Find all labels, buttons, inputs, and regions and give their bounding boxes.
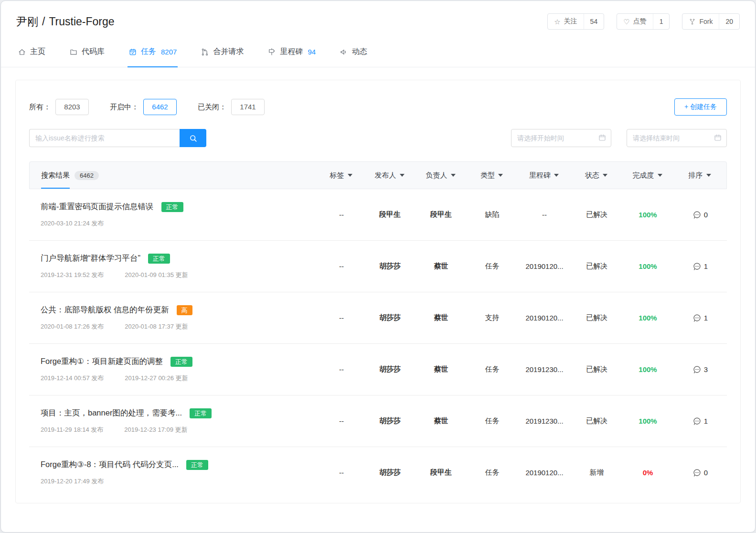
task-type: 缺陷	[467, 210, 518, 219]
task-comments[interactable]: 1	[673, 262, 727, 271]
task-progress: 0%	[622, 469, 673, 477]
task-progress: 100%	[622, 314, 673, 322]
task-assignee[interactable]: 蔡世	[415, 416, 467, 426]
task-title-link[interactable]: Forge重构①：项目新建页面的调整	[41, 356, 163, 367]
filter-open-count[interactable]: 6462	[143, 99, 177, 115]
column-header-progress[interactable]: 完成度	[622, 162, 673, 189]
task-publisher[interactable]: 胡莎莎	[364, 313, 415, 322]
issues-table: 搜索结果 6462 标签 发布人 负责人 类型 里程碑 状态 完成度 排序 前端…	[29, 161, 727, 498]
column-header-type[interactable]: 类型	[466, 162, 517, 189]
tab-issues[interactable]: 任务 8207	[128, 37, 178, 67]
task-milestone: --	[518, 211, 571, 219]
issues-panel: 所有： 8203 开启中： 6462 已关闭： 1741 + 创建任务	[15, 80, 741, 503]
filter-row: 所有： 8203 开启中： 6462 已关闭： 1741 + 创建任务	[29, 98, 727, 116]
comment-icon	[692, 468, 702, 477]
task-publisher[interactable]: 胡莎莎	[364, 365, 415, 374]
home-icon	[18, 48, 26, 56]
task-status: 新增	[571, 468, 622, 477]
praise-count[interactable]: 1	[653, 14, 670, 29]
task-assignee[interactable]: 蔡世	[415, 313, 467, 322]
task-publisher[interactable]: 胡莎莎	[364, 468, 415, 477]
task-title-link[interactable]: 门户导航新增“群体学习平台”	[41, 253, 140, 264]
task-type: 任务	[467, 468, 518, 477]
comment-icon	[692, 313, 702, 322]
tab-issues-label: 任务	[141, 47, 156, 57]
task-comments[interactable]: 0	[673, 210, 727, 219]
praise-button[interactable]: ♡ 点赞 1	[617, 13, 670, 30]
column-header-tag[interactable]: 标签	[318, 162, 364, 189]
filter-closed-count[interactable]: 1741	[231, 99, 265, 115]
search-icon	[189, 134, 198, 143]
tab-pulls[interactable]: 合并请求	[200, 37, 245, 67]
task-milestone: 20190120...	[518, 314, 571, 322]
tab-milestones[interactable]: 里程碑 94	[266, 37, 317, 67]
task-updated: 2020-01-08 17:37 更新	[125, 322, 188, 331]
filter-open[interactable]: 开启中： 6462	[110, 99, 177, 115]
tab-milestones-count: 94	[308, 48, 316, 56]
create-task-button[interactable]: + 创建任务	[674, 98, 727, 116]
caret-down-icon	[658, 174, 662, 177]
tab-home[interactable]: 主页	[17, 37, 46, 67]
column-header-status[interactable]: 状态	[571, 162, 622, 189]
comment-count: 1	[704, 262, 708, 270]
task-comments[interactable]: 3	[673, 365, 727, 374]
search-button[interactable]	[180, 129, 206, 147]
column-header-milestone[interactable]: 里程碑	[517, 162, 571, 189]
task-status: 已解决	[571, 210, 622, 219]
filter-all[interactable]: 所有： 8203	[29, 99, 89, 115]
task-assignee[interactable]: 段甲生	[415, 468, 467, 477]
tab-activity[interactable]: 动态	[339, 37, 368, 67]
column-header-publisher[interactable]: 发布人	[364, 162, 415, 189]
fork-icon	[689, 18, 696, 25]
task-assignee[interactable]: 蔡世	[415, 365, 467, 374]
owner-link[interactable]: 尹刚	[16, 14, 38, 29]
calendar-icon	[598, 133, 607, 142]
task-progress: 100%	[622, 365, 673, 373]
repo-link[interactable]: Trustie-Forge	[49, 15, 114, 28]
task-row: Forge重构③-8：项目代码 代码分支页... 正常 2019-12-20 1…	[29, 447, 727, 498]
watch-count[interactable]: 54	[584, 14, 604, 29]
watch-button[interactable]: ☆ 关注 54	[547, 13, 604, 30]
title-separator: /	[42, 15, 45, 28]
task-publisher[interactable]: 段甲生	[364, 210, 415, 219]
filter-all-count[interactable]: 8203	[55, 99, 89, 115]
task-title-link[interactable]: Forge重构③-8：项目代码 代码分支页...	[41, 459, 179, 470]
task-title-link[interactable]: 公共：底部导航版权 信息的年份更新	[41, 305, 169, 315]
task-tag: --	[319, 262, 364, 270]
fork-button[interactable]: Fork 20	[682, 13, 740, 30]
task-title-link[interactable]: 项目：主页，banner图的处理，需要考...	[41, 408, 182, 418]
start-date-input[interactable]	[511, 129, 611, 147]
tab-milestones-label: 里程碑	[280, 47, 303, 57]
tab-repository-label: 代码库	[82, 47, 105, 57]
end-date-input[interactable]	[627, 129, 727, 147]
priority-badge: 正常	[190, 408, 212, 418]
task-assignee[interactable]: 段甲生	[415, 210, 467, 219]
heart-icon: ♡	[623, 18, 629, 25]
task-comments[interactable]: 1	[673, 416, 727, 426]
milestone-icon	[267, 48, 276, 56]
tab-repository[interactable]: 代码库	[68, 37, 106, 67]
speaker-icon	[340, 48, 348, 56]
task-title-link[interactable]: 前端-重置密码页面提示信息错误	[41, 202, 154, 212]
task-milestone: 20190120...	[518, 262, 571, 270]
search-input[interactable]	[29, 129, 180, 147]
filter-closed[interactable]: 已关闭： 1741	[198, 99, 265, 115]
task-status: 已解决	[571, 262, 622, 271]
task-comments[interactable]: 0	[673, 468, 727, 477]
task-tag: --	[319, 417, 364, 425]
task-row: 前端-重置密码页面提示信息错误 正常 2020-03-10 21:24 发布 -…	[29, 189, 727, 241]
priority-badge: 正常	[170, 357, 192, 367]
column-header-assignee[interactable]: 负责人	[415, 162, 466, 189]
task-assignee[interactable]: 蔡世	[415, 262, 467, 271]
search-results-tab[interactable]: 搜索结果 6462	[41, 162, 99, 189]
task-publisher[interactable]: 胡莎莎	[364, 262, 415, 271]
star-icon: ☆	[554, 18, 560, 25]
comment-count: 1	[704, 314, 708, 322]
fork-count[interactable]: 20	[719, 14, 739, 29]
column-header-sort[interactable]: 排序	[673, 162, 726, 189]
task-created: 2019-12-14 00:57 发布	[41, 374, 104, 383]
task-publisher[interactable]: 胡莎莎	[364, 416, 415, 426]
task-updated: 2020-01-09 01:35 更新	[125, 271, 188, 279]
task-comments[interactable]: 1	[673, 313, 727, 322]
task-row: 公共：底部导航版权 信息的年份更新 高 2020-01-08 17:26 发布 …	[29, 292, 727, 344]
